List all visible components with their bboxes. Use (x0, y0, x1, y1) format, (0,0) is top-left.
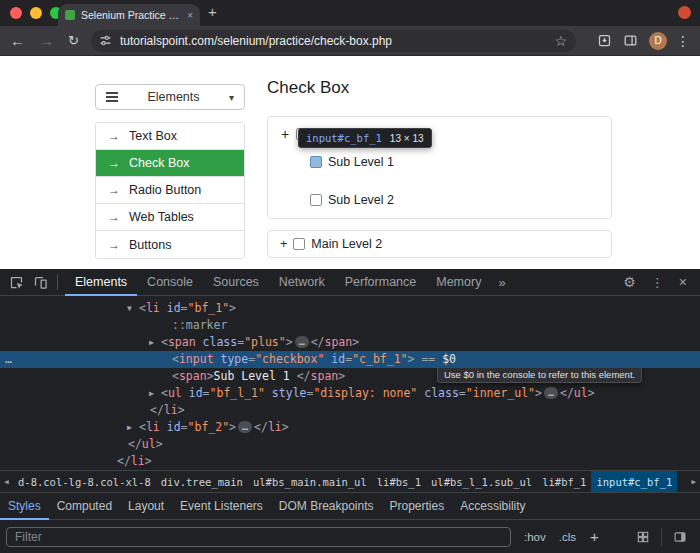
code-token (265, 386, 272, 400)
code-token: class (424, 386, 459, 400)
sub-level-1-checkbox[interactable] (310, 156, 322, 168)
code-token: Sub Level 1 (214, 369, 297, 383)
breadcrumb-item[interactable]: ul#bs_l_1.sub_ul (426, 471, 537, 493)
twisty-icon[interactable]: ▼ (127, 300, 139, 317)
profile-avatar[interactable]: D (649, 32, 667, 50)
breadcrumb-item[interactable]: input#c_bf_1 (591, 471, 677, 493)
toggle-hover-state-button[interactable]: :hov (524, 531, 546, 543)
tab-close-icon[interactable]: × (187, 10, 193, 21)
breadcrumb-item[interactable]: div.tree_main (156, 471, 248, 493)
tree-node-line[interactable]: </li> (0, 402, 700, 419)
more-tabs-button[interactable]: » (491, 269, 512, 296)
grid-panel-icon[interactable] (636, 530, 650, 544)
breadcrumb-item[interactable]: d-8.col-lg-8.col-xl-8 (13, 471, 156, 493)
browser-menu-icon[interactable]: ⋮ (676, 34, 690, 48)
window-minimize-button[interactable] (30, 7, 42, 19)
code-token: </ (254, 420, 268, 434)
breadcrumb-item[interactable]: li#bs_1 (372, 471, 426, 493)
code-token: "c_bf_1" (352, 352, 407, 366)
new-tab-button[interactable]: + (208, 3, 217, 20)
tree-node-line[interactable]: ▶<ul id="bf_l_1" style="display: none" c… (0, 385, 700, 402)
twisty-icon[interactable]: ▶ (149, 334, 161, 351)
sidebar-item-check-box[interactable]: →Check Box (96, 150, 244, 177)
code-token: < (172, 369, 179, 383)
code-token: … (544, 387, 558, 399)
new-style-rule-button[interactable]: + (590, 528, 599, 545)
tree-node-line[interactable]: ::marker (0, 317, 700, 334)
window-close-button[interactable] (10, 7, 22, 19)
back-button[interactable]: ← (10, 33, 25, 48)
styles-tab-dom-breakpoints[interactable]: DOM Breakpoints (271, 493, 382, 520)
settings-gear-icon[interactable]: ⚙ (623, 274, 636, 290)
tab-title: Selenium Practice – Check Box (81, 9, 181, 21)
sidebar-item-radio-button[interactable]: →Radio Button (96, 177, 244, 204)
elements-dropdown[interactable]: Elements ▾ (95, 84, 245, 110)
code-token: span (311, 369, 339, 383)
tree-node-line[interactable]: ▶<span class="plus">…</span> (0, 334, 700, 351)
devtools-menu-icon[interactable]: ⋮ (651, 275, 664, 290)
selected-tree-node[interactable]: …<input type="checkbox" id="c_bf_1"> == … (0, 351, 700, 368)
main-level-2-label: Main Level 2 (311, 237, 382, 251)
device-toolbar-icon[interactable] (33, 275, 48, 290)
breadcrumb-item[interactable]: ul#bs_main.main_ul (248, 471, 372, 493)
side-panel-icon[interactable] (623, 33, 638, 48)
expand-plus-button[interactable]: + (280, 126, 290, 142)
breadcrumb-scroll-right-icon[interactable]: ▶ (687, 471, 700, 492)
code-token: "bf_l_1" (210, 386, 265, 400)
breadcrumb-scroll-left-icon[interactable]: ◀ (0, 478, 13, 486)
tree-node-line[interactable]: <span>Sub Level 1 </span> (0, 368, 700, 385)
node-overflow-menu-icon[interactable]: … (5, 351, 13, 368)
browser-toolbar: ← → ↻ tutorialspoint.com/selenium/practi… (0, 26, 700, 56)
twisty-icon[interactable]: ▶ (149, 385, 161, 402)
styles-tab-computed[interactable]: Computed (49, 493, 120, 520)
devtools-tab-console[interactable]: Console (137, 269, 203, 296)
code-token: < (161, 386, 168, 400)
styles-filter-input[interactable] (6, 527, 511, 547)
sub-level-2-checkbox[interactable] (310, 194, 322, 206)
styles-panel-tabs: StylesComputedLayoutEvent ListenersDOM B… (0, 492, 700, 519)
expand-plus-button[interactable]: + (280, 237, 287, 251)
styles-tab-accessibility[interactable]: Accessibility (452, 493, 533, 520)
devtools-tab-network[interactable]: Network (269, 269, 335, 296)
sidebar-toggle-icon[interactable] (673, 530, 687, 544)
styles-tab-event-listeners[interactable]: Event Listeners (172, 493, 271, 520)
tree-node-line[interactable]: ▼<li id="bf_1"> (0, 300, 700, 317)
arrow-icon: → (108, 238, 120, 252)
filter-bar-right (636, 528, 687, 546)
save-page-icon[interactable] (597, 33, 612, 48)
forward-button[interactable]: → (39, 33, 54, 48)
tree-node-line[interactable]: ▶<li id="bf_2">…</li> (0, 419, 700, 436)
address-bar[interactable]: tutorialspoint.com/selenium/practice/che… (91, 30, 576, 52)
devtools-tab-performance[interactable]: Performance (335, 269, 427, 296)
devtools-tab-memory[interactable]: Memory (426, 269, 491, 296)
code-token: "bf_1" (188, 301, 230, 315)
sidebar-item-text-box[interactable]: →Text Box (96, 123, 244, 150)
devtools-close-icon[interactable]: × (679, 274, 687, 290)
profile-badge[interactable] (678, 6, 691, 19)
toggle-class-button[interactable]: .cls (559, 531, 576, 543)
devtools-tab-sources[interactable]: Sources (203, 269, 269, 296)
styles-tab-layout[interactable]: Layout (120, 493, 172, 520)
styles-tab-properties[interactable]: Properties (382, 493, 453, 520)
styles-tab-styles[interactable]: Styles (0, 493, 49, 520)
browser-tab[interactable]: Selenium Practice – Check Box × (58, 4, 200, 26)
practice-sidebar: Elements ▾ →Text Box→Check Box→Radio But… (95, 84, 245, 259)
main-level-2-checkbox[interactable] (293, 238, 305, 250)
url-text[interactable]: tutorialspoint.com/selenium/practice/che… (120, 34, 549, 48)
devtools-tab-elements[interactable]: Elements (65, 269, 137, 296)
sidebar-item-buttons[interactable]: →Buttons (96, 231, 244, 258)
page-main: Check Box + Main Level 1 input#c_bf_1 13… (267, 78, 612, 258)
inspect-element-icon[interactable] (9, 275, 24, 290)
breadcrumb-item[interactable]: li#bf_1 (537, 471, 591, 493)
code-token: > (207, 369, 214, 383)
code-token (196, 335, 203, 349)
bookmark-star-icon[interactable]: ☆ (554, 33, 567, 49)
sidebar-item-web-tables[interactable]: →Web Tables (96, 204, 244, 231)
code-token: li (131, 454, 145, 468)
tree-node-line[interactable]: </li> (0, 453, 700, 470)
twisty-icon[interactable]: ▶ (127, 419, 139, 436)
tree-node-line[interactable]: </ul> (0, 436, 700, 453)
reload-button[interactable]: ↻ (68, 34, 79, 47)
site-settings-icon[interactable] (99, 34, 112, 47)
hamburger-icon (106, 96, 118, 98)
